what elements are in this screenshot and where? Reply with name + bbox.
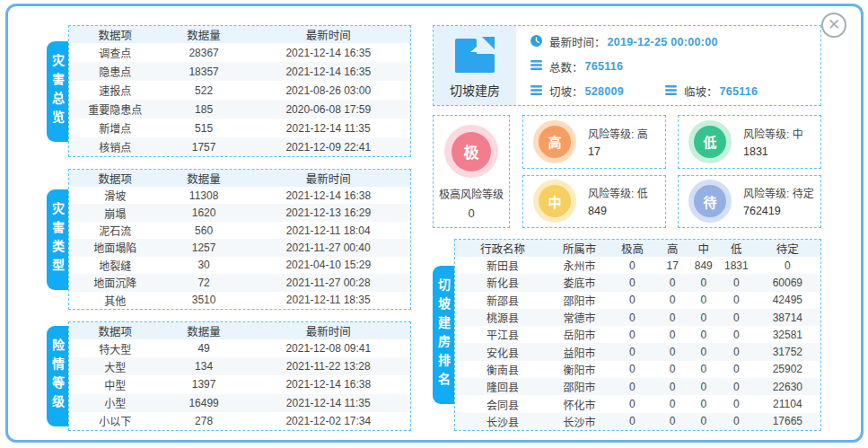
risk-label: 风险等级: 中: [743, 126, 803, 141]
column-header: 数据量: [162, 170, 247, 187]
ranking-table: 行政名称所属市极高高中低待定 新田县永州市01784918310新化县娄底市00…: [455, 240, 820, 430]
danger-levels-table: 数据项数据量最新时间 特大型492021-12-08 09:41大型134202…: [69, 322, 410, 430]
slope-house-icon: [452, 32, 497, 77]
risk-card-high: 高 风险等级: 高 17: [522, 115, 666, 169]
column-header: 数据项: [69, 170, 162, 187]
high-badge-halo: 高: [533, 120, 576, 163]
medium-badge-halo: 低: [688, 120, 732, 163]
section-danger-levels: 险情等级 数据项数据量最新时间 特大型492021-12-08 09:41大型1…: [47, 321, 411, 431]
table-row: 平江县岳阳市000032581: [455, 326, 820, 343]
risk-card-pending: 待 风险等级: 待定 762419: [678, 175, 821, 229]
risk-value: 849: [588, 205, 648, 217]
table-row: 特大型492021-12-08 09:41: [69, 339, 410, 357]
low-badge-icon: 中: [539, 185, 571, 217]
table-row: 地面塌陷12572021-11-27 00:40: [69, 239, 410, 256]
tab-slope-house-ranking: 切坡建房排名: [433, 266, 454, 404]
table-row: 泥石流5602021-12-11 18:04: [69, 222, 410, 239]
disaster-overview-table: 数据项数据量最新时间 调查点283672021-12-14 16:35隐患点18…: [69, 26, 410, 156]
column-header: 极高: [609, 240, 656, 257]
list-icon: [665, 85, 677, 98]
table-row: 中型13972021-12-14 16:38: [69, 375, 410, 393]
column-header: 低: [718, 240, 755, 257]
table-row: 新邵县邵阳市000042495: [455, 292, 820, 309]
cut-slope-label: 切坡：: [549, 83, 583, 100]
latest-time-value: 2019-12-25 00:00:00: [608, 36, 718, 48]
section-disaster-overview: 灾害总览 数据项数据量最新时间 调查点283672021-12-14 16:35…: [47, 25, 411, 157]
table-row: 大型1342021-11-22 13:28: [69, 357, 410, 375]
column-header: 最新时间: [247, 170, 410, 187]
near-slope-label: 临坡：: [684, 83, 718, 100]
extreme-risk-label: 极高风险等级: [439, 186, 504, 201]
dashboard-panel: ✕ 灾害总览 数据项数据量最新时间 调查点283672021-12-14 16:…: [5, 4, 864, 443]
extreme-badge-icon: 极: [452, 132, 491, 171]
disaster-types-table: 数据项数据量最新时间 滑坡113082021-12-14 16:38崩塌1620…: [69, 170, 410, 309]
table-row: 速报点5222021-08-26 03:00: [69, 81, 410, 100]
column-header: 所属市: [550, 240, 609, 257]
column-header: 中: [688, 240, 718, 257]
column-header: 数据项: [69, 322, 162, 339]
close-icon[interactable]: ✕: [821, 13, 846, 38]
risk-label: 风险等级: 低: [588, 185, 648, 200]
table-row: 新田县永州市01784918310: [455, 257, 820, 274]
column-header: 数据项: [69, 26, 162, 43]
total-label: 总数：: [549, 58, 583, 75]
tab-disaster-types: 灾害类型: [47, 189, 68, 290]
danger-levels-box: 数据项数据量最新时间 特大型492021-12-08 09:41大型134202…: [68, 321, 411, 431]
slope-counts-line: 切坡： 528009 临坡： 765116: [530, 83, 820, 100]
column-header: 数据量: [162, 26, 247, 43]
extreme-badge-halo: 极: [444, 125, 498, 178]
table-row: 地面沉降722021-11-27 00:28: [69, 274, 410, 291]
pending-badge-halo: 待: [688, 180, 732, 223]
near-slope-value: 765116: [720, 85, 758, 98]
section-slope-house-ranking: 切坡建房排名 行政名称所属市极高高中低待定 新田县永州市01784918310新…: [433, 239, 821, 431]
tab-disaster-overview: 灾害总览: [47, 41, 68, 142]
table-row: 重要隐患点1852020-06-08 17:59: [69, 100, 410, 119]
column-header: 最新时间: [247, 26, 410, 43]
total-value: 765116: [585, 60, 624, 73]
risk-card-low: 中 风险等级: 低 849: [522, 175, 666, 229]
disaster-types-box: 数据项数据量最新时间 滑坡113082021-12-14 16:38崩塌1620…: [68, 169, 411, 310]
cut-slope-value: 528009: [585, 85, 625, 98]
latest-time-line: 最新时间： 2019-12-25 00:00:00: [530, 33, 820, 50]
pending-badge-icon: 待: [694, 185, 726, 217]
table-row: 安化县益阳市000031752: [455, 343, 820, 360]
table-row: 崩塌16202021-12-13 16:29: [69, 204, 410, 221]
table-row: 小以下2782021-12-02 17:34: [69, 412, 410, 430]
medium-badge-icon: 低: [694, 126, 726, 158]
tab-danger-levels: 险情等级: [47, 326, 68, 426]
risk-badges-area: 极 极高风险等级 0 高 风险等级: 高 17: [433, 115, 821, 228]
table-row: 新增点5152021-12-14 11:35: [69, 119, 410, 137]
dashboard-content: 灾害总览 数据项数据量最新时间 调查点283672021-12-14 16:35…: [8, 6, 861, 440]
table-row: 隆回县邵阳市000022630: [455, 378, 820, 395]
right-column: 切坡建房 最新时间： 2019-12-25 00:00:00: [433, 25, 821, 431]
left-column: 灾害总览 数据项数据量最新时间 调查点283672021-12-14 16:35…: [47, 25, 411, 431]
disaster-overview-box: 数据项数据量最新时间 调查点283672021-12-14 16:35隐患点18…: [68, 25, 411, 157]
clock-icon: [530, 35, 542, 49]
table-row: 会同县怀化市000021104: [455, 395, 820, 412]
risk-value: 1831: [743, 145, 803, 158]
summary-icon-panel: 切坡建房: [434, 26, 516, 105]
risk-label: 风险等级: 高: [588, 126, 648, 141]
column-header: 待定: [755, 240, 820, 257]
column-header: 行政名称: [455, 240, 550, 257]
table-row: 新化县娄底市000060069: [455, 274, 820, 291]
table-row: 长沙县长沙市000017665: [455, 413, 820, 430]
column-header: 数据量: [162, 322, 247, 339]
risk-card-medium: 低 风险等级: 中 1831: [678, 115, 821, 169]
table-row: 其他35102021-12-11 18:35: [69, 292, 410, 309]
summary-title: 切坡建房: [450, 81, 500, 99]
column-header: 最新时间: [247, 322, 410, 339]
list-icon: [530, 85, 542, 98]
column-header: 高: [656, 240, 689, 257]
table-row: 滑坡113082021-12-14 16:38: [69, 187, 410, 204]
risk-card-extreme: 极 极高风险等级 0: [433, 115, 510, 228]
slope-house-summary-card: 切坡建房 最新时间： 2019-12-25 00:00:00: [433, 25, 821, 106]
table-row: 核销点17572021-12-09 22:41: [69, 137, 410, 156]
latest-time-label: 最新时间：: [549, 33, 606, 50]
extreme-risk-value: 0: [468, 206, 474, 220]
risk-label: 风险等级: 待定: [743, 185, 814, 200]
list-icon: [530, 60, 542, 73]
summary-info: 最新时间： 2019-12-25 00:00:00 总数： 765116: [516, 26, 820, 105]
risk-cards-grid: 高 风险等级: 高 17 低 风险等级: 中 1831: [522, 115, 821, 228]
table-row: 隐患点183572021-12-14 16:35: [69, 62, 410, 81]
